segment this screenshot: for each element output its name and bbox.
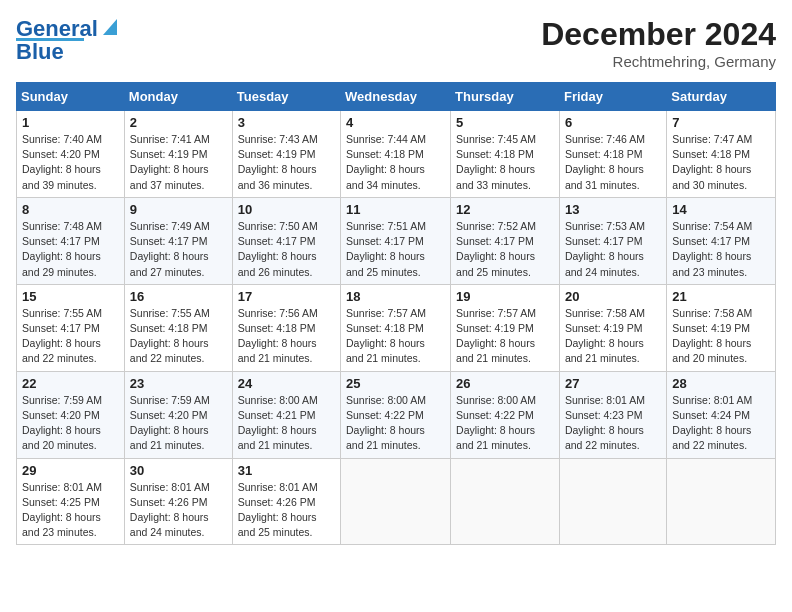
calendar-cell: 26Sunrise: 8:00 AMSunset: 4:22 PMDayligh… — [451, 371, 560, 458]
day-number: 21 — [672, 289, 770, 304]
calendar-cell: 6Sunrise: 7:46 AMSunset: 4:18 PMDaylight… — [559, 111, 666, 198]
cell-info: Sunrise: 7:51 AMSunset: 4:17 PMDaylight:… — [346, 219, 445, 280]
day-number: 18 — [346, 289, 445, 304]
cell-info: Sunrise: 8:00 AMSunset: 4:22 PMDaylight:… — [346, 393, 445, 454]
day-number: 6 — [565, 115, 661, 130]
cell-info: Sunrise: 7:56 AMSunset: 4:18 PMDaylight:… — [238, 306, 335, 367]
calendar-cell: 29Sunrise: 8:01 AMSunset: 4:25 PMDayligh… — [17, 458, 125, 545]
month-year-title: December 2024 — [541, 16, 776, 53]
day-number: 19 — [456, 289, 554, 304]
calendar-cell: 3Sunrise: 7:43 AMSunset: 4:19 PMDaylight… — [232, 111, 340, 198]
calendar-week-row: 8Sunrise: 7:48 AMSunset: 4:17 PMDaylight… — [17, 197, 776, 284]
calendar-cell: 5Sunrise: 7:45 AMSunset: 4:18 PMDaylight… — [451, 111, 560, 198]
calendar-cell: 15Sunrise: 7:55 AMSunset: 4:17 PMDayligh… — [17, 284, 125, 371]
day-number: 14 — [672, 202, 770, 217]
title-block: December 2024 Rechtmehring, Germany — [541, 16, 776, 70]
day-number: 22 — [22, 376, 119, 391]
cell-info: Sunrise: 8:01 AMSunset: 4:24 PMDaylight:… — [672, 393, 770, 454]
day-number: 23 — [130, 376, 227, 391]
cell-info: Sunrise: 8:00 AMSunset: 4:22 PMDaylight:… — [456, 393, 554, 454]
calendar-cell: 2Sunrise: 7:41 AMSunset: 4:19 PMDaylight… — [124, 111, 232, 198]
calendar-week-row: 22Sunrise: 7:59 AMSunset: 4:20 PMDayligh… — [17, 371, 776, 458]
cell-info: Sunrise: 7:46 AMSunset: 4:18 PMDaylight:… — [565, 132, 661, 193]
calendar-cell: 24Sunrise: 8:00 AMSunset: 4:21 PMDayligh… — [232, 371, 340, 458]
calendar-week-row: 1Sunrise: 7:40 AMSunset: 4:20 PMDaylight… — [17, 111, 776, 198]
logo: General Blue — [16, 16, 121, 65]
calendar-cell: 1Sunrise: 7:40 AMSunset: 4:20 PMDaylight… — [17, 111, 125, 198]
cell-info: Sunrise: 8:01 AMSunset: 4:26 PMDaylight:… — [238, 480, 335, 541]
calendar-cell: 30Sunrise: 8:01 AMSunset: 4:26 PMDayligh… — [124, 458, 232, 545]
calendar-cell: 17Sunrise: 7:56 AMSunset: 4:18 PMDayligh… — [232, 284, 340, 371]
day-number: 10 — [238, 202, 335, 217]
calendar-cell — [667, 458, 776, 545]
day-number: 5 — [456, 115, 554, 130]
day-number: 7 — [672, 115, 770, 130]
calendar-cell — [451, 458, 560, 545]
cell-info: Sunrise: 7:58 AMSunset: 4:19 PMDaylight:… — [672, 306, 770, 367]
day-number: 11 — [346, 202, 445, 217]
day-number: 30 — [130, 463, 227, 478]
day-number: 8 — [22, 202, 119, 217]
logo-arrow-icon — [99, 17, 121, 39]
calendar-cell: 9Sunrise: 7:49 AMSunset: 4:17 PMDaylight… — [124, 197, 232, 284]
day-number: 15 — [22, 289, 119, 304]
weekday-header-tuesday: Tuesday — [232, 83, 340, 111]
calendar-cell: 25Sunrise: 8:00 AMSunset: 4:22 PMDayligh… — [341, 371, 451, 458]
logo-blue: Blue — [16, 39, 64, 65]
day-number: 26 — [456, 376, 554, 391]
day-number: 28 — [672, 376, 770, 391]
day-number: 17 — [238, 289, 335, 304]
day-number: 13 — [565, 202, 661, 217]
cell-info: Sunrise: 7:54 AMSunset: 4:17 PMDaylight:… — [672, 219, 770, 280]
day-number: 9 — [130, 202, 227, 217]
day-number: 25 — [346, 376, 445, 391]
calendar-header-row: SundayMondayTuesdayWednesdayThursdayFrid… — [17, 83, 776, 111]
calendar-table: SundayMondayTuesdayWednesdayThursdayFrid… — [16, 82, 776, 545]
calendar-cell: 27Sunrise: 8:01 AMSunset: 4:23 PMDayligh… — [559, 371, 666, 458]
cell-info: Sunrise: 7:52 AMSunset: 4:17 PMDaylight:… — [456, 219, 554, 280]
page-header: General Blue December 2024 Rechtmehring,… — [16, 16, 776, 70]
cell-info: Sunrise: 8:01 AMSunset: 4:25 PMDaylight:… — [22, 480, 119, 541]
calendar-cell: 13Sunrise: 7:53 AMSunset: 4:17 PMDayligh… — [559, 197, 666, 284]
calendar-cell: 21Sunrise: 7:58 AMSunset: 4:19 PMDayligh… — [667, 284, 776, 371]
calendar-cell: 7Sunrise: 7:47 AMSunset: 4:18 PMDaylight… — [667, 111, 776, 198]
day-number: 24 — [238, 376, 335, 391]
calendar-cell: 22Sunrise: 7:59 AMSunset: 4:20 PMDayligh… — [17, 371, 125, 458]
calendar-week-row: 15Sunrise: 7:55 AMSunset: 4:17 PMDayligh… — [17, 284, 776, 371]
weekday-header-saturday: Saturday — [667, 83, 776, 111]
calendar-cell: 4Sunrise: 7:44 AMSunset: 4:18 PMDaylight… — [341, 111, 451, 198]
calendar-cell: 31Sunrise: 8:01 AMSunset: 4:26 PMDayligh… — [232, 458, 340, 545]
cell-info: Sunrise: 7:55 AMSunset: 4:18 PMDaylight:… — [130, 306, 227, 367]
svg-marker-0 — [103, 19, 117, 35]
weekday-header-sunday: Sunday — [17, 83, 125, 111]
cell-info: Sunrise: 8:01 AMSunset: 4:26 PMDaylight:… — [130, 480, 227, 541]
weekday-header-friday: Friday — [559, 83, 666, 111]
cell-info: Sunrise: 7:40 AMSunset: 4:20 PMDaylight:… — [22, 132, 119, 193]
cell-info: Sunrise: 7:47 AMSunset: 4:18 PMDaylight:… — [672, 132, 770, 193]
cell-info: Sunrise: 7:45 AMSunset: 4:18 PMDaylight:… — [456, 132, 554, 193]
weekday-header-monday: Monday — [124, 83, 232, 111]
calendar-cell: 19Sunrise: 7:57 AMSunset: 4:19 PMDayligh… — [451, 284, 560, 371]
day-number: 31 — [238, 463, 335, 478]
day-number: 4 — [346, 115, 445, 130]
weekday-header-wednesday: Wednesday — [341, 83, 451, 111]
cell-info: Sunrise: 7:57 AMSunset: 4:18 PMDaylight:… — [346, 306, 445, 367]
cell-info: Sunrise: 7:49 AMSunset: 4:17 PMDaylight:… — [130, 219, 227, 280]
calendar-cell — [559, 458, 666, 545]
calendar-cell: 10Sunrise: 7:50 AMSunset: 4:17 PMDayligh… — [232, 197, 340, 284]
cell-info: Sunrise: 7:50 AMSunset: 4:17 PMDaylight:… — [238, 219, 335, 280]
calendar-cell: 20Sunrise: 7:58 AMSunset: 4:19 PMDayligh… — [559, 284, 666, 371]
cell-info: Sunrise: 7:53 AMSunset: 4:17 PMDaylight:… — [565, 219, 661, 280]
location-subtitle: Rechtmehring, Germany — [541, 53, 776, 70]
calendar-week-row: 29Sunrise: 8:01 AMSunset: 4:25 PMDayligh… — [17, 458, 776, 545]
calendar-cell: 23Sunrise: 7:59 AMSunset: 4:20 PMDayligh… — [124, 371, 232, 458]
cell-info: Sunrise: 7:57 AMSunset: 4:19 PMDaylight:… — [456, 306, 554, 367]
day-number: 20 — [565, 289, 661, 304]
day-number: 2 — [130, 115, 227, 130]
calendar-cell: 18Sunrise: 7:57 AMSunset: 4:18 PMDayligh… — [341, 284, 451, 371]
day-number: 29 — [22, 463, 119, 478]
cell-info: Sunrise: 7:59 AMSunset: 4:20 PMDaylight:… — [22, 393, 119, 454]
cell-info: Sunrise: 7:44 AMSunset: 4:18 PMDaylight:… — [346, 132, 445, 193]
day-number: 16 — [130, 289, 227, 304]
calendar-cell: 8Sunrise: 7:48 AMSunset: 4:17 PMDaylight… — [17, 197, 125, 284]
